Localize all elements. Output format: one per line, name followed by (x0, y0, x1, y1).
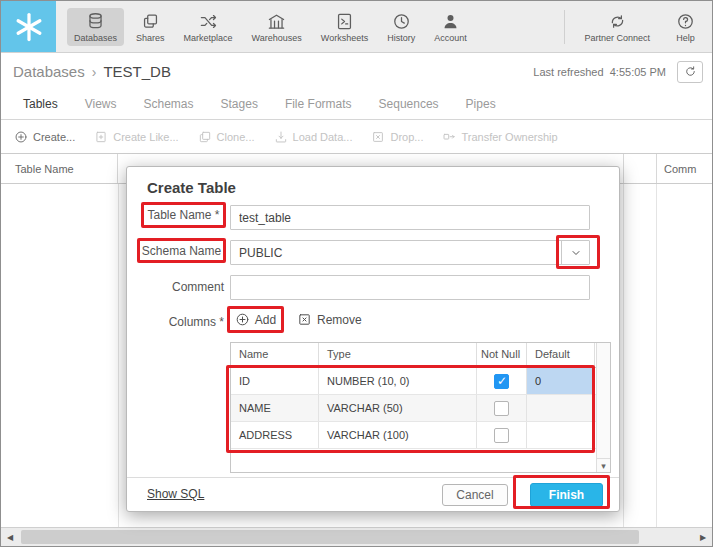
remove-column-icon (297, 312, 312, 327)
tables-toolbar: Create... Create Like... Clone... Load D… (1, 121, 712, 153)
header-not-null: Not Null (477, 343, 527, 367)
nav-item-help[interactable]: Help (669, 8, 702, 46)
nav-label: History (387, 33, 415, 43)
plus-circle-icon (235, 312, 250, 327)
create-table-dialog: Create Table Table Name * Schema Name PU… (126, 166, 620, 512)
header-default: Default (527, 343, 595, 367)
dialog-title: Create Table (147, 179, 236, 196)
nav-item-worksheets[interactable]: Worksheets (314, 8, 375, 46)
column-name-cell[interactable]: ADDRESS (231, 422, 319, 448)
column-type-cell[interactable]: VARCHAR (50) (319, 395, 477, 421)
worksheets-icon (335, 12, 354, 31)
horizontal-scrollbar[interactable]: ◀ ▶ (1, 527, 712, 546)
show-sql-link[interactable]: Show SQL (147, 487, 204, 501)
column-name-cell[interactable]: NAME (231, 395, 319, 421)
shares-icon (141, 12, 160, 31)
nav-item-marketplace[interactable]: Marketplace (177, 8, 240, 46)
column-header-empty (623, 154, 657, 183)
schema-dropdown-button[interactable] (561, 241, 589, 264)
nav-label: Help (676, 33, 695, 43)
scroll-left-button[interactable]: ◀ (1, 528, 19, 546)
column-default-cell[interactable] (527, 395, 595, 421)
schema-name-value: PUBLIC (231, 246, 561, 260)
tab-views[interactable]: Views (85, 97, 117, 111)
snowflake-logo[interactable] (1, 1, 56, 52)
snowflake-icon (14, 12, 44, 42)
comment-label: Comment (127, 280, 224, 294)
column-type-cell[interactable]: NUMBER (10, 0) (319, 368, 477, 394)
nav-divider (564, 10, 565, 44)
column-default-cell[interactable] (527, 422, 595, 448)
warehouses-icon (267, 12, 286, 31)
tab-tables[interactable]: Tables (23, 97, 58, 111)
marketplace-icon (199, 12, 218, 31)
nav-item-history[interactable]: History (380, 8, 422, 46)
refresh-button[interactable] (677, 61, 703, 83)
tool-label: Create... (33, 131, 75, 143)
tab-pipes[interactable]: Pipes (466, 97, 496, 111)
column-header-comment[interactable]: Comm (657, 154, 712, 183)
scrollbar-thumb[interactable] (21, 530, 639, 544)
create-like-icon (94, 130, 108, 144)
breadcrumb-row: Databases › TEST_DB Last refreshed 4:55:… (1, 54, 712, 89)
schema-name-label: Schema Name (137, 238, 226, 263)
not-null-checkbox[interactable] (494, 374, 509, 389)
database-icon (86, 12, 105, 31)
load-data-button[interactable]: Load Data... (274, 130, 353, 144)
tab-file-formats[interactable]: File Formats (285, 97, 352, 111)
finish-button[interactable]: Finish (530, 483, 603, 507)
tab-stages[interactable]: Stages (221, 97, 258, 111)
nav-right-group: Partner Connect Help (564, 8, 712, 46)
column-row-name: NAME VARCHAR (50) (231, 395, 610, 422)
nav-label: Databases (74, 33, 117, 43)
last-refreshed-text: Last refreshed 4:55:05 PM (533, 66, 666, 78)
column-type-cell[interactable]: VARCHAR (100) (319, 422, 477, 448)
grid-scroll-down-button[interactable]: ▾ (597, 458, 610, 472)
remove-label: Remove (317, 313, 362, 327)
tool-label: Transfer Ownership (461, 131, 557, 143)
remove-column-button[interactable]: Remove (297, 312, 362, 327)
create-button[interactable]: Create... (14, 130, 75, 144)
nav-item-warehouses[interactable]: Warehouses (245, 8, 309, 46)
snowflake-app-window: Databases Shares Marketplace Warehouses … (0, 0, 713, 547)
breadcrumb-databases[interactable]: Databases (13, 63, 85, 80)
clone-icon (198, 130, 212, 144)
add-column-button[interactable]: Add (235, 312, 276, 327)
add-label: Add (255, 313, 276, 327)
comment-input[interactable] (230, 275, 590, 300)
column-notnull-cell (477, 368, 527, 394)
nav-item-shares[interactable]: Shares (129, 8, 172, 46)
cancel-button[interactable]: Cancel (442, 484, 508, 506)
grid-column-line (656, 184, 657, 527)
scrollbar-track[interactable] (19, 528, 694, 546)
scroll-right-button[interactable]: ▶ (694, 528, 712, 546)
nav-item-partner-connect[interactable]: Partner Connect (577, 8, 657, 46)
clone-button[interactable]: Clone... (198, 130, 255, 144)
help-icon (676, 12, 695, 31)
column-header-table-name[interactable]: Table Name (1, 154, 118, 183)
tab-schemas[interactable]: Schemas (143, 97, 193, 111)
transfer-ownership-icon (442, 130, 456, 144)
transfer-ownership-button[interactable]: Transfer Ownership (442, 130, 557, 144)
column-default-cell[interactable]: 0 (527, 368, 595, 394)
column-name-cell[interactable]: ID (231, 368, 319, 394)
tab-sequences[interactable]: Sequences (379, 97, 439, 111)
schema-name-select[interactable]: PUBLIC (230, 240, 590, 265)
create-like-button[interactable]: Create Like... (94, 130, 178, 144)
nav-item-account[interactable]: Account (427, 8, 474, 46)
nav-label: Account (434, 33, 467, 43)
nav-item-databases[interactable]: Databases (67, 8, 124, 46)
column-row-id: ID NUMBER (10, 0) 0 (231, 368, 610, 395)
drop-icon (371, 130, 385, 144)
not-null-checkbox[interactable] (494, 401, 509, 416)
table-name-input[interactable] (230, 205, 590, 230)
not-null-checkbox[interactable] (494, 428, 509, 443)
drop-button[interactable]: Drop... (371, 130, 423, 144)
refresh-group: Last refreshed 4:55:05 PM (533, 61, 703, 83)
breadcrumb-current-db: TEST_DB (103, 63, 171, 80)
columns-grid-header: Name Type Not Null Default (231, 343, 610, 368)
nav-label: Worksheets (321, 33, 368, 43)
columns-grid-scrollbar[interactable]: ▾ (596, 343, 610, 472)
grid-column-line (623, 184, 624, 527)
nav-items: Databases Shares Marketplace Warehouses … (67, 8, 474, 46)
